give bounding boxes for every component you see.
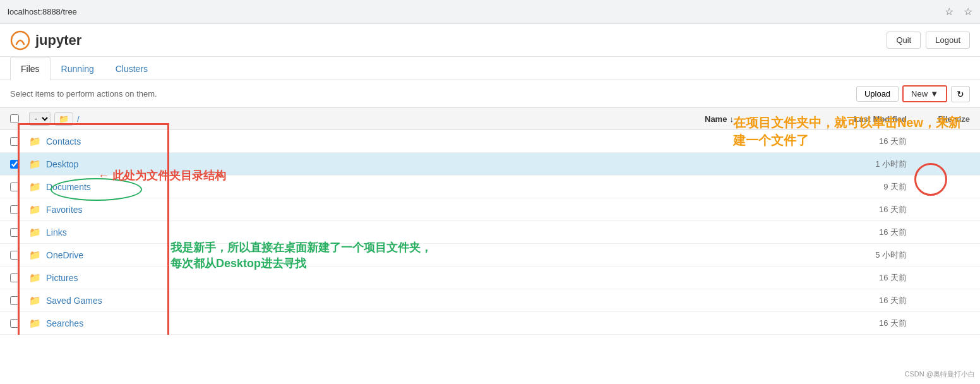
breadcrumb-path[interactable]: / [77, 114, 80, 124]
sort-name-button[interactable]: Name ↓ [705, 114, 734, 124]
row-checkbox[interactable] [10, 205, 19, 214]
jupyter-logo-text: jupyter [35, 32, 81, 49]
folder-icon: 📁 [29, 318, 41, 329]
folder-button[interactable]: 📁 [54, 112, 73, 126]
row-name-col: 📁 Contacts [29, 136, 705, 147]
row-check-col [10, 228, 29, 237]
row-checkbox[interactable] [10, 251, 19, 260]
header-size-label: File size [938, 114, 970, 124]
file-row: 📁 Contacts 16 天前 [0, 130, 980, 153]
tab-running[interactable]: Running [51, 57, 105, 80]
row-checkbox[interactable] [10, 319, 19, 328]
row-modified: 16 天前 [806, 204, 907, 215]
row-checkbox[interactable] [10, 296, 19, 305]
row-modified: 5 小时前 [806, 249, 907, 261]
file-row: 📁 Searches 16 天前 [0, 312, 980, 335]
folder-icon: 📁 [29, 272, 41, 284]
row-checkbox[interactable] [10, 137, 19, 146]
folder-link[interactable]: Documents [46, 182, 91, 192]
browser-url: localhost:8888/tree [8, 7, 77, 16]
folder-icon: 📁 [29, 204, 41, 215]
sort-arrow: ↓ [729, 114, 734, 124]
tab-clusters[interactable]: Clusters [105, 57, 158, 80]
file-row: 📁 Saved Games 16 天前 [0, 289, 980, 312]
row-modified: 16 天前 [806, 136, 907, 147]
header-modified-col: Name ↓ [705, 114, 806, 124]
row-checkbox[interactable] [10, 273, 19, 282]
header-buttons: Quit Logout [887, 32, 970, 49]
header-last-modified-label: Last Modified [854, 114, 907, 124]
header-name-label: Name [705, 114, 727, 124]
folder-link[interactable]: Links [46, 227, 67, 237]
row-modified: 1 小时前 [806, 159, 907, 170]
file-row: 📁 OneDrive 5 小时前 [0, 244, 980, 267]
logout-button[interactable]: Logout [926, 32, 970, 49]
file-row: 📁 Pictures 16 天前 [0, 267, 980, 289]
folder-link[interactable]: Favorites [46, 205, 83, 215]
file-manager-toolbar: Select items to perform actions on them.… [0, 80, 980, 107]
tab-files[interactable]: Files [10, 57, 51, 80]
file-row: 📁 Desktop 1 小时前 [0, 153, 980, 176]
browser-bar: localhost:8888/tree ☆ ☆ [0, 0, 980, 24]
star-icon[interactable]: ☆ [945, 6, 953, 18]
header-name-col: - 📁 / [29, 112, 705, 126]
folder-link[interactable]: Searches [46, 318, 83, 328]
folder-icon: 📁 [29, 227, 41, 238]
row-check-col [10, 160, 29, 169]
select-info-text: Select items to perform actions on them. [10, 89, 157, 99]
new-button-arrow: ▼ [930, 89, 938, 99]
row-modified: 9 天前 [806, 181, 907, 193]
folder-icon: 📁 [59, 114, 69, 124]
folder-icon: 📁 [29, 159, 41, 170]
quit-button[interactable]: Quit [887, 32, 921, 49]
row-check-col [10, 205, 29, 214]
row-check-col [10, 183, 29, 191]
jupyter-header: jupyter Quit Logout [0, 24, 980, 57]
folder-icon: 📁 [29, 181, 41, 193]
row-modified: 16 天前 [806, 272, 907, 284]
row-name-col: 📁 Links [29, 227, 705, 238]
upload-button[interactable]: Upload [856, 86, 899, 102]
folder-link[interactable]: Saved Games [46, 296, 102, 306]
sort-select[interactable]: - [29, 112, 51, 126]
row-name-col: 📁 Favorites [29, 204, 705, 215]
row-name-col: 📁 Pictures [29, 272, 705, 284]
row-check-col [10, 319, 29, 328]
browser-icons: ☆ ☆ [945, 6, 972, 18]
bookmark-icon[interactable]: ☆ [964, 6, 972, 18]
row-name-col: 📁 Desktop [29, 159, 705, 170]
file-row: 📁 Documents 9 天前 [0, 176, 980, 198]
row-check-col [10, 273, 29, 282]
row-modified: 16 天前 [806, 227, 907, 238]
new-button-label: New [911, 89, 928, 99]
header-last-modified-col: Last Modified [806, 114, 907, 124]
row-modified: 16 天前 [806, 295, 907, 306]
folder-icon: 📁 [29, 249, 41, 261]
row-name-col: 📁 Saved Games [29, 295, 705, 306]
row-checkbox[interactable] [10, 160, 19, 169]
toolbar-right: Upload New ▼ ↻ [856, 85, 970, 102]
row-name-col: 📁 OneDrive [29, 249, 705, 261]
jupyter-logo: jupyter [10, 30, 81, 51]
row-modified: 16 天前 [806, 318, 907, 329]
folder-icon: 📁 [29, 295, 41, 306]
folder-link[interactable]: Pictures [46, 273, 78, 283]
header-check-col [10, 114, 29, 123]
nav-tabs: Files Running Clusters [0, 57, 980, 80]
row-checkbox[interactable] [10, 228, 19, 237]
folder-link[interactable]: Desktop [46, 159, 78, 169]
new-button[interactable]: New ▼ [902, 85, 947, 102]
refresh-button[interactable]: ↻ [951, 86, 970, 102]
header-size-col: File size [907, 114, 970, 124]
folder-link[interactable]: OneDrive [46, 250, 83, 260]
file-row: 📁 Links 16 天前 [0, 221, 980, 244]
file-list-header: - 📁 / Name ↓ Last Modified File size [0, 107, 980, 130]
row-check-col [10, 296, 29, 305]
file-list: 📁 Contacts 16 天前 📁 Desktop 1 小时前 📁 [0, 130, 980, 335]
folder-icon: 📁 [29, 136, 41, 147]
select-all-checkbox[interactable] [10, 114, 19, 123]
row-name-col: 📁 Documents [29, 181, 705, 193]
row-checkbox[interactable] [10, 183, 19, 191]
file-row: 📁 Favorites 16 天前 [0, 198, 980, 221]
folder-link[interactable]: Contacts [46, 136, 81, 147]
